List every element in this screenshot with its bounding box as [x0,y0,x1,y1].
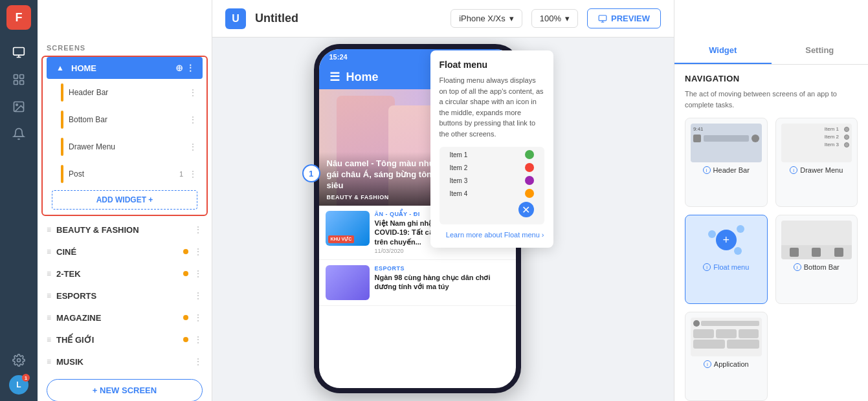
widget-more-icon[interactable]: ⋮ [188,169,197,179]
tab-setting[interactable]: Setting [772,38,869,64]
toolbar-components-icon[interactable] [6,67,31,92]
toolbar-notifications-icon[interactable] [6,122,31,146]
widget-drawer-menu[interactable]: Drawer Menu ⋮ [43,133,206,160]
info-icon: i [790,166,797,174]
widget-grid: 9:41 i Header Bar Item 1 [674,118,868,401]
fm-item-1: Item 1 [450,150,534,159]
fm-label: Item 1 [450,151,521,158]
widget-label: Post [69,169,174,179]
main-area: U Untitled iPhone X/Xs ▾ 100% ▾ PREVIEW … [212,0,674,401]
circle-badge: 1 [302,164,320,182]
new-screen-button[interactable]: + NEW SCREEN [47,379,203,401]
widget-card-application[interactable]: i Application [685,312,768,401]
fm-dot-2 [525,163,534,172]
float-preview-image: Item 1 Item 2 Item 3 Item 4 ✕ [440,147,544,224]
info-icon: i [703,166,711,174]
fm-label: Item 4 [450,190,521,197]
preview-label: PREVIEW [611,14,650,23]
screen-item-2tek[interactable]: ≡ 2-TEK ⋮ [38,263,212,285]
home-icon: ▲ [54,62,66,74]
fm-dot-3 [525,176,534,185]
svg-rect-4 [20,81,24,85]
screen-label: THẾ GIỚI [56,335,178,345]
drag-handle: ≡ [47,357,51,366]
add-widget-icon[interactable]: ⊕ [175,63,183,73]
project-title[interactable]: Untitled [255,12,441,25]
device-label: iPhone X/Xs [459,14,506,23]
screens-header: SCREENS [38,38,212,56]
widget-more-icon[interactable]: ⋮ [188,87,197,98]
widget-more-icon[interactable]: ⋮ [188,142,197,152]
fm-item-3: Item 3 [450,176,534,185]
more-icon[interactable]: ⋮ [194,268,203,279]
project-icon: U [225,8,246,29]
right-panel: Widget Setting NAVIGATION The act of mov… [674,0,868,401]
toolbar-screens-icon[interactable] [6,40,31,65]
svg-rect-3 [14,81,18,85]
more-icon[interactable]: ⋮ [186,63,195,73]
svg-point-6 [16,104,17,106]
more-icon[interactable]: ⋮ [194,246,203,257]
news-date-1: 11/03/2020 [375,248,509,254]
svg-point-7 [17,359,21,362]
more-icon[interactable]: ⋮ [194,312,203,323]
widget-card-drawer-menu[interactable]: Item 1 Item 2 Item 3 i Drawer Menu [775,118,858,207]
float-menu-thumb: + [691,221,762,259]
widget-label: Drawer Menu [69,142,183,151]
unsaved-dot [183,249,188,254]
fm-label: Item 3 [450,177,521,184]
device-selector[interactable]: iPhone X/Xs ▾ [451,9,522,28]
navigation-section-desc: The act of moving between screens of an … [674,89,868,118]
drag-handle: ≡ [47,225,51,234]
info-icon: i [703,263,711,271]
more-icon[interactable]: ⋮ [194,334,203,345]
news-body-2: ESPORTS Ngàn 98 cùng hàng chục dân chơi … [375,265,509,300]
fm-item-4: Item 4 [450,189,534,198]
screen-item-beauty[interactable]: ≡ BEAUTY & FASHION ⋮ [38,219,212,241]
drag-handle: ≡ [47,313,51,322]
fm-item-2: Item 2 [450,163,534,172]
zoom-selector[interactable]: 100% ▾ [531,9,578,28]
widget-post[interactable]: Post 1 ⋮ [43,160,206,188]
news-thumb-2 [326,265,370,300]
more-icon[interactable]: ⋮ [194,224,203,235]
float-popup-desc: Floating menu always displays on top of … [440,75,544,139]
screen-item-cine[interactable]: ≡ CINÉ ⋮ [38,241,212,263]
widget-bottom-bar[interactable]: Bottom Bar ⋮ [43,106,206,133]
widget-more-icon[interactable]: ⋮ [188,114,197,125]
widget-card-float-menu[interactable]: + i Float menu [685,215,768,304]
app-logo[interactable]: F [6,5,31,30]
widget-header-bar[interactable]: Header Bar ⋮ [43,79,206,106]
float-menu-popup: Float menu Floating menu always displays… [430,50,553,248]
more-icon[interactable]: ⋮ [194,290,203,301]
news-thumb-1: KHU VỰC [326,211,370,246]
screen-item-magazine[interactable]: ≡ MAGAZINE ⋮ [38,307,212,329]
screen-label: MAGAZINE [56,313,178,323]
widget-card-bottom-bar[interactable]: i Bottom Bar [775,215,858,304]
news-item-2[interactable]: ESPORTS Ngàn 98 cùng hàng chục dân chơi … [319,260,516,306]
toolbar-assets-icon[interactable] [6,94,31,119]
tab-widget[interactable]: Widget [674,38,772,64]
bottom-bar-label: i Bottom Bar [794,263,840,271]
user-badge: 1 [22,374,30,382]
screen-item-musik[interactable]: ≡ MUSIK ⋮ [38,351,212,373]
widget-dot [61,111,63,129]
user-avatar[interactable]: L 1 [9,375,28,395]
drag-handle: ≡ [47,247,51,256]
drawer-menu-label: i Drawer Menu [790,166,843,174]
info-icon: i [704,360,711,368]
screen-item-home[interactable]: ▲ HOME ⊕ ⋮ [47,57,203,79]
add-widget-button[interactable]: ADD WIDGET + [52,190,197,210]
screen-item-thegioi[interactable]: ≡ THẾ GIỚI ⋮ [38,329,212,351]
fm-close-area: ✕ [450,202,534,217]
home-actions: ⊕ ⋮ [175,63,195,73]
preview-button[interactable]: PREVIEW [587,8,661,28]
more-icon[interactable]: ⋮ [194,356,203,367]
toolbar-settings-icon[interactable] [6,348,31,373]
widget-card-header-bar[interactable]: 9:41 i Header Bar [685,118,768,207]
screen-item-esports[interactable]: ≡ ESPORTS ⋮ [38,285,212,307]
info-icon: i [794,263,801,271]
learn-more-link[interactable]: Learn more about Float menu › [440,231,544,239]
float-close-button[interactable]: ✕ [518,202,534,217]
hamburger-icon[interactable]: ☰ [329,70,340,84]
